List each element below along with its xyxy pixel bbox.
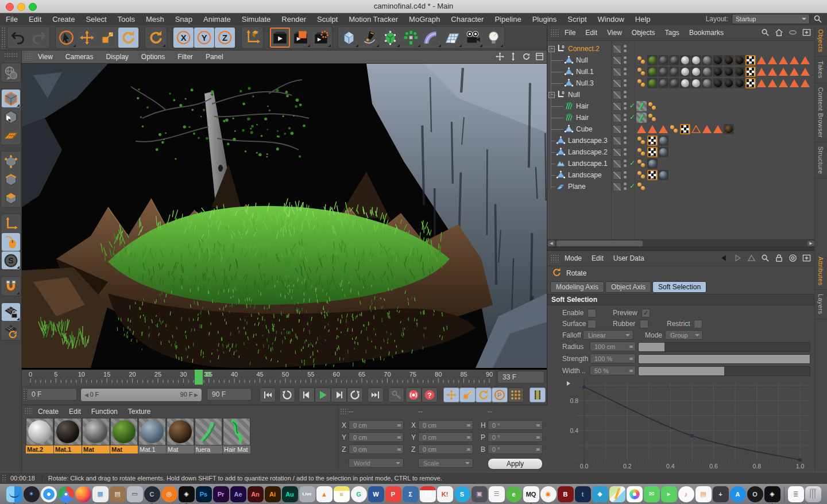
object-manager-scrollbar[interactable]: ◀ ▶ bbox=[547, 239, 815, 247]
menubar-item-mograph[interactable]: MoGraph bbox=[409, 15, 440, 24]
dock-icon-safari[interactable] bbox=[41, 486, 57, 502]
rotate-button[interactable] bbox=[118, 28, 138, 48]
polygon-selection-tag[interactable] bbox=[768, 56, 777, 64]
material-tag[interactable] bbox=[669, 55, 679, 65]
vertex-map-tag[interactable] bbox=[669, 124, 679, 134]
material-tag[interactable] bbox=[702, 55, 712, 65]
rotation-p-field[interactable]: 0 ° bbox=[488, 432, 543, 442]
menubar-item-sculpt[interactable]: Sculpt bbox=[317, 15, 338, 24]
layer-toggle[interactable] bbox=[613, 148, 621, 157]
add-subdivision-surface-button[interactable] bbox=[380, 28, 400, 48]
layer-toggle[interactable] bbox=[613, 160, 621, 168]
lock-x-axis-button[interactable]: X bbox=[173, 28, 194, 48]
material-tag[interactable] bbox=[658, 170, 668, 180]
polygon-selection-tag[interactable] bbox=[659, 125, 668, 133]
layer-toggle[interactable] bbox=[613, 137, 621, 145]
menubar-item-select[interactable]: Select bbox=[86, 15, 106, 24]
surface-checkbox[interactable] bbox=[588, 320, 596, 328]
material-tag[interactable] bbox=[658, 147, 668, 157]
size-x-field[interactable]: 0 cm bbox=[418, 420, 473, 430]
visibility-toggles[interactable] bbox=[624, 79, 627, 87]
vertex-map-tag[interactable] bbox=[636, 67, 647, 77]
material-tag[interactable] bbox=[724, 67, 734, 77]
uvw-tag[interactable] bbox=[680, 124, 690, 134]
search-icon[interactable] bbox=[760, 253, 770, 263]
object-manager-menu-objects[interactable]: Objects bbox=[632, 29, 655, 37]
material-tag[interactable] bbox=[647, 158, 658, 169]
material-mat[interactable]: Mat bbox=[167, 418, 194, 453]
dock-icon-messages[interactable]: ✉ bbox=[644, 486, 660, 502]
layer-toggle[interactable] bbox=[613, 102, 621, 111]
visibility-toggles[interactable] bbox=[624, 56, 627, 64]
material-thumbnail[interactable] bbox=[110, 418, 138, 445]
material-thumbnail[interactable] bbox=[26, 418, 53, 445]
material-tag[interactable] bbox=[669, 67, 679, 77]
tab-soft-selection[interactable]: Soft Selection bbox=[652, 281, 706, 293]
key-position-button[interactable] bbox=[443, 387, 459, 402]
menubar-item-mesh[interactable]: Mesh bbox=[146, 15, 164, 24]
polygon-selection-tag[interactable] bbox=[648, 125, 657, 133]
redo-button[interactable] bbox=[29, 28, 49, 48]
object-row-hair[interactable]: Hair✓ bbox=[547, 100, 814, 112]
layer-toggle[interactable] bbox=[613, 114, 621, 122]
object-manager-menu-tags[interactable]: Tags bbox=[665, 29, 679, 37]
pan-view-icon[interactable] bbox=[495, 52, 505, 61]
vertex-map-tag[interactable] bbox=[636, 55, 647, 65]
object-row-cube[interactable]: Cube bbox=[547, 123, 814, 135]
viewport-menu-display[interactable]: Display bbox=[106, 53, 128, 61]
size-y-field[interactable]: 0 cm bbox=[418, 432, 473, 442]
workplane-mode-button[interactable] bbox=[2, 126, 20, 144]
lock-icon[interactable] bbox=[774, 253, 784, 263]
size-dropdown[interactable]: Scale bbox=[418, 458, 473, 468]
dock-icon-photoshop[interactable]: Ps bbox=[196, 486, 212, 502]
material-fuera[interactable]: fuera bbox=[195, 418, 222, 453]
material-tag[interactable] bbox=[647, 78, 658, 88]
model-mode-button[interactable] bbox=[2, 90, 20, 107]
material-thumbnail[interactable] bbox=[223, 418, 250, 445]
live-selection-button[interactable] bbox=[56, 28, 76, 48]
dock-icon-grapher[interactable]: Σ bbox=[403, 486, 419, 502]
uvw-tag[interactable] bbox=[647, 135, 658, 146]
material-mat.2[interactable]: Mat.2 bbox=[26, 418, 53, 453]
panel-splitter[interactable] bbox=[547, 247, 815, 251]
layer-toggle[interactable] bbox=[613, 45, 621, 53]
object-row-landscape[interactable]: Landscape bbox=[547, 169, 814, 181]
polygon-selection-tag[interactable] bbox=[779, 56, 788, 64]
dock-icon-finder[interactable] bbox=[6, 486, 22, 502]
material-tag[interactable] bbox=[724, 55, 734, 65]
vertex-map-tag[interactable] bbox=[636, 147, 647, 157]
dock-icon-pin-app[interactable]: ◉ bbox=[540, 486, 557, 502]
play-backwards-button[interactable] bbox=[279, 387, 295, 402]
key-parameter-button[interactable]: P bbox=[492, 387, 508, 402]
rotate-view-icon[interactable] bbox=[521, 52, 531, 61]
add-environment-button[interactable] bbox=[442, 28, 462, 48]
object-manager-grip[interactable] bbox=[550, 29, 559, 37]
mode-dropdown[interactable]: Group bbox=[665, 330, 703, 340]
history-back-icon[interactable] bbox=[719, 253, 729, 263]
scroll-left-icon[interactable]: ◀ bbox=[548, 241, 555, 246]
snap-settings-button[interactable]: S bbox=[2, 251, 20, 269]
polygon-selection-tag[interactable] bbox=[801, 68, 810, 76]
object-row-hair[interactable]: Hair✓ bbox=[547, 112, 814, 123]
material-tag[interactable] bbox=[702, 67, 712, 77]
visibility-toggles[interactable] bbox=[624, 68, 627, 76]
dock-icon-powerpoint[interactable]: P bbox=[385, 486, 401, 502]
visibility-toggles[interactable] bbox=[624, 114, 627, 122]
vertex-map-tag[interactable] bbox=[636, 181, 647, 192]
size-z-field[interactable]: 0 cm bbox=[418, 444, 473, 454]
layer-toggle[interactable] bbox=[613, 183, 621, 191]
key-rotation-button[interactable] bbox=[476, 387, 492, 402]
polygon-selection-tag[interactable] bbox=[757, 68, 766, 76]
object-row-null-3[interactable]: Null.3 bbox=[547, 77, 814, 89]
object-row-null[interactable]: −0Null bbox=[547, 89, 814, 100]
uvw-tag[interactable] bbox=[745, 55, 756, 65]
uvw-tag[interactable] bbox=[647, 170, 658, 180]
dock-icon-image-capture[interactable]: ▭ bbox=[127, 486, 143, 502]
dock-icon-ableton-live[interactable]: Live bbox=[299, 486, 315, 502]
material-mat.1[interactable]: Mat.1 bbox=[54, 418, 82, 453]
lock-z-axis-button[interactable]: Z bbox=[215, 28, 235, 48]
dock-icon-vlc[interactable]: ▲ bbox=[316, 486, 333, 502]
layer-toggle[interactable] bbox=[613, 56, 621, 65]
polygon-selection-tag[interactable] bbox=[801, 79, 810, 87]
dock-icon-chrome[interactable] bbox=[58, 486, 74, 502]
